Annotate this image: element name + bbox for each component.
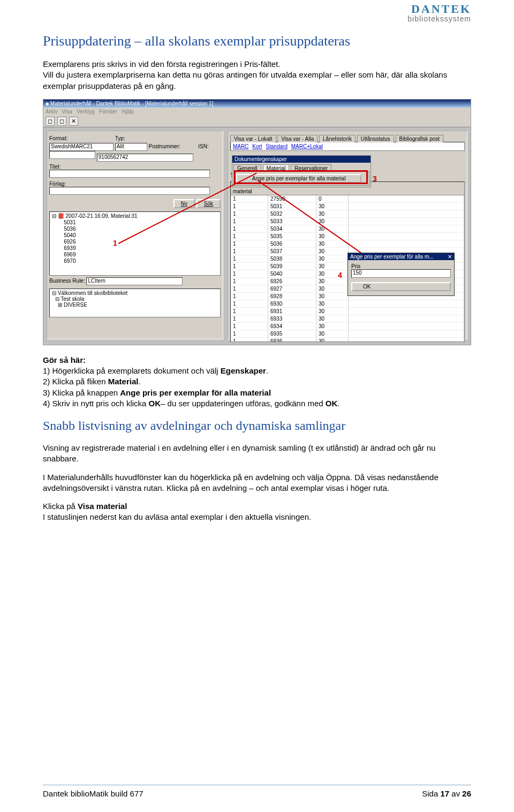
annotation-1: 1 [113,239,117,247]
tab-visa-alla[interactable]: Visa var - Alla [277,135,318,142]
typ-field[interactable]: Allt [115,143,147,151]
titel-field[interactable] [49,170,210,178]
postnummer-label: Postnummer: [149,143,197,149]
welcome-node[interactable]: Välkommen till skolbiblioteket [58,290,128,296]
library-tree[interactable]: ⊟ Välkommen till skolbiblioteket ⊟ Test … [49,289,221,317]
table-row[interactable]: 1693530 [231,330,464,338]
footer-divider [43,785,471,785]
tree-item[interactable]: 5031 [52,219,218,226]
business-rule-label: Business Rule: [49,278,85,284]
right-tabstrip: Visa var - Lokalt Visa var - Alla Lånehi… [230,134,465,142]
logo-main: DANTEK [407,3,471,15]
tree-item[interactable]: 6970 [52,258,218,264]
table-row[interactable]: 1503330 [231,218,464,225]
isn-label: ISN: [198,143,208,149]
table-row[interactable]: 1693630 [231,338,464,342]
menu-visa[interactable]: Visa [62,109,72,115]
link-marc-lokal[interactable]: MARC+Lokal [291,143,323,149]
steps-block: Gör så här: 1) Högerklicka på exemplaret… [43,355,471,409]
price-popup-title: Ange pris per exemplar för alla m... [350,254,434,260]
paragraph-3: I Materialunderhålls huvudfönster kan du… [43,472,471,494]
table-row[interactable]: 1693030 [231,300,464,308]
window-title-text: Materialunderhåll - Dantek BiblioMatik -… [50,101,214,107]
table-row[interactable]: 1503130 [231,203,464,210]
steps-heading: Gör så här: [43,355,86,365]
menu-bar: Arkiv Visa Verktyg Fönster Hjälp [43,108,471,116]
logo-sub: bibliotekssystem [407,15,471,22]
isn-field[interactable]: 9100562742 [97,154,193,162]
format-label: Format: [49,135,114,141]
school-node[interactable]: Test skola [61,296,84,302]
annotation-3: 3 [373,174,377,183]
red-highlight-box [234,170,368,184]
forlag-label: Förlag: [49,181,221,187]
link-kort[interactable]: Kort [252,143,262,149]
table-row[interactable]: 1693330 [231,315,464,323]
tab-lanehistorik[interactable]: Lånehistorik [319,135,356,142]
tree-root[interactable]: ⊟ 📕 2007-02-21 16:09, Material:31 [52,213,218,219]
popup-title: Dokumentegenskaper [232,156,371,163]
window-titlebar: ■ Materialunderhåll - Dantek BiblioMatik… [43,100,471,108]
embedded-screenshot: ■ Materialunderhåll - Dantek BiblioMatik… [43,99,471,345]
tree-item[interactable]: 6969 [52,252,218,258]
menu-hjalp[interactable]: Hjälp [122,109,134,115]
menu-verktyg[interactable]: Verktyg [77,109,94,115]
format-field[interactable]: SwedishMARC21 [49,143,114,151]
titel-label: Titel: [49,164,221,170]
tree-item[interactable]: 6939 [52,245,218,252]
intro-paragraph: Exemplarens pris skrivs in vid den först… [43,59,471,92]
forlag-field[interactable] [49,187,210,195]
table-row[interactable]: 1503430 [231,225,464,233]
business-rule-field[interactable]: LCItem [86,277,183,285]
menu-fonster[interactable]: Fönster [99,109,117,115]
page-title: Prisuppdatering – alla skolans exemplar … [43,33,471,49]
table-row[interactable]: 1693130 [231,308,464,315]
tree-item[interactable]: 5036 [52,226,218,232]
price-input[interactable]: 150 [351,269,451,278]
price-label: Pris [351,263,451,269]
table-row[interactable]: 1503230 [231,210,464,218]
toolbar: ◻ ◻ ✕ [43,116,471,127]
tab-utlansstatus[interactable]: Utlånsstatus [357,135,394,142]
close-icon[interactable]: ✕ [448,254,452,260]
result-tree[interactable]: ⊟ 📕 2007-02-21 16:09, Material:31 5031 5… [49,211,221,276]
diverse-node[interactable]: DIVERSE [64,302,87,308]
brand-logo: DANTEK bibliotekssystem [407,3,471,22]
paragraph-4: Klicka på Visa material I statuslinjen n… [43,501,471,523]
sok-button[interactable]: Sök [196,199,221,208]
typ-label: Typ: [115,135,125,141]
menu-arkiv[interactable]: Arkiv [46,109,57,115]
page-footer: Dantek biblioMatik build 677 Sida 17 av … [43,789,471,798]
paragraph-2: Visning av registrerade material i en av… [43,443,471,465]
footer-right: Sida 17 av 26 [422,789,471,798]
tree-item[interactable]: 6926 [52,239,218,245]
toolbar-btn-2[interactable]: ◻ [57,117,66,126]
close-icon[interactable]: ✕ [69,117,78,126]
table-row[interactable]: 1693430 [231,323,464,330]
toolbar-btn-1[interactable]: ◻ [46,117,55,126]
postnummer-field[interactable] [49,151,95,159]
link-strip: MARC Kort Standard MARC+Lokal [230,142,465,151]
section-heading-2: Snabb listvisning av avdelningar och dyn… [43,419,471,433]
ok-button[interactable]: OK [351,282,451,291]
tab-bibliografisk[interactable]: Bibliografisk post [396,135,444,142]
link-marc[interactable]: MARC [233,143,248,149]
footer-left: Dantek biblioMatik build 677 [43,789,143,798]
link-standard[interactable]: Standard [266,143,288,149]
table-row[interactable]: 1275900 [231,195,464,203]
tab-visa-lokalt[interactable]: Visa var - Lokalt [230,135,276,142]
table-row[interactable]: 1503530 [231,233,464,240]
price-popup: Ange pris per exemplar för alla m...✕ Pr… [347,253,455,296]
annotation-4: 4 [338,271,342,279]
